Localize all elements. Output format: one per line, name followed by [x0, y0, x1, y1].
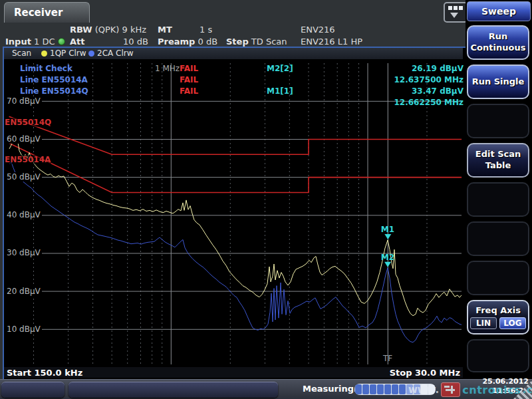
limit-check-label: Limit Check [20, 64, 72, 73]
softkey-label: Run Continuous [468, 31, 529, 54]
marker-m1-flag[interactable]: M1 [379, 225, 396, 234]
preamp-value: 0 dB [198, 37, 218, 47]
receiver-screen: Receiver RBW (QPK) 9 kHz MT 1 s ENV216 I… [0, 0, 532, 399]
mt-label: MT [158, 25, 172, 35]
freq-axis-title: Freq Axis [475, 305, 521, 317]
limit-check-status: FAIL [180, 64, 198, 73]
progress-segment [377, 384, 384, 394]
softkey-empty-2 [467, 182, 529, 217]
limit-label-en55014q: EN55014Q [4, 118, 52, 127]
softkey-edit-scan-table[interactable]: Edit Scan Table [467, 143, 529, 178]
y-label-40: 40 dBµV [5, 210, 42, 219]
freq-axis-lin-toggle[interactable]: LIN [470, 317, 497, 329]
progress-segment [399, 384, 406, 394]
step-field: Step TD Scan [226, 37, 287, 47]
limit-line-q-label: Line EN55014Q [20, 86, 88, 96]
progress-segment [384, 384, 391, 394]
rbw-value: (QPK) 9 kHz [95, 25, 146, 35]
step-value: TD Scan [251, 37, 287, 47]
limit-line-a-status: FAIL [180, 75, 198, 84]
taskbar-button-1[interactable] [1, 382, 65, 398]
softkey-empty-3 [467, 221, 529, 256]
y-label-60: 60 dBµV [5, 134, 42, 144]
more-softkeys-icon[interactable] [444, 2, 468, 23]
progress-segment [370, 384, 376, 394]
marker-m2-name: M2[2] [267, 64, 293, 73]
progress-segment [355, 384, 362, 394]
frequency-axis-strip: Start 150.0 kHz Stop 30.0 MHz [4, 367, 463, 378]
softkey-run-continuous[interactable]: Run Continuous [467, 25, 529, 60]
watermark: www. cntronics .com [408, 382, 532, 398]
mt-field: MT [158, 25, 172, 35]
transducer-value-2: ENV216 L1 HP [301, 37, 362, 47]
softkey-empty-4 [467, 261, 529, 295]
y-label-30: 30 dBµV [5, 248, 42, 257]
step-label: Step [226, 37, 249, 47]
input-label: Input [5, 37, 31, 47]
mt-value: 1 s [200, 25, 212, 35]
y-label-70: 70 dBµV [5, 96, 42, 106]
y-label-50: 50 dBµV [5, 172, 42, 182]
marker-m2-flag[interactable]: M2 [379, 253, 396, 262]
marker-m1-freq: 12.662250 MHz [394, 98, 464, 107]
tf-line-label: TF [380, 354, 395, 363]
marker-m1-name: M1[1] [267, 86, 293, 96]
rbw-field: RBW (QPK) 9 kHz [70, 25, 146, 35]
watermark-prefix: www. [408, 384, 439, 396]
watermark-logo-icon [441, 382, 460, 397]
preamp-label: Preamp [158, 37, 195, 47]
limit-label-en55014a: EN55014A [4, 155, 51, 164]
progress-segment [392, 384, 398, 394]
marker-m2-level: 26.19 dBµV [412, 64, 464, 73]
softkey-menu-title: Sweep [467, 1, 531, 21]
att-field: Att [70, 37, 85, 47]
softkey-sidebar: Sweep Run Continuous Run Single Edit Sca… [466, 0, 532, 379]
softkey-label: Edit Scan Table [468, 149, 528, 172]
watermark-name: cntronics [462, 384, 521, 396]
chevron-down-icon [450, 13, 458, 18]
start-frequency: Start 150.0 kHz [7, 368, 82, 378]
softkey-empty-1 [467, 104, 529, 138]
freq-axis-log-toggle[interactable]: LOG [499, 317, 526, 329]
progress-segment [362, 384, 369, 394]
y-label-20: 20 dBµV [5, 287, 42, 296]
scan-window[interactable]: Scan 1QP Clrw 2CA Clrw Limit Check 1 MHz… [3, 47, 467, 382]
att-label: Att [70, 37, 85, 47]
softkey-run-single[interactable]: Run Single [467, 65, 529, 99]
taskbar-button-2[interactable] [68, 382, 278, 398]
watermark-tld: .com [523, 384, 532, 395]
limit-line-q-status: FAIL [180, 86, 198, 96]
softkey-label: Run Single [469, 76, 527, 88]
rbw-label: RBW [70, 25, 92, 35]
softkey-empty-5 [467, 339, 529, 372]
input-status-led-icon [58, 38, 65, 45]
softkey-freq-axis[interactable]: Freq Axis LIN LOG [467, 300, 529, 334]
input-value: 1 DC [34, 37, 55, 47]
preamp-field: Preamp 0 dB [158, 37, 217, 47]
marker-m1-level: 33.47 dBµV [412, 86, 464, 96]
gridline-freq-label: 1 MHz [155, 64, 180, 73]
y-label-10: 10 dBµV [5, 325, 42, 334]
marker-m2-freq: 12.637500 MHz [394, 75, 464, 84]
att-value: 10 dB [123, 37, 148, 47]
input-field: Input 1 DC [5, 37, 65, 47]
transducer-value-1: ENV216 [301, 25, 335, 35]
grid-dots-icon [448, 6, 463, 10]
limit-line-a-label: Line EN55014A [20, 75, 88, 84]
stop-frequency: Stop 30.0 MHz [390, 368, 460, 378]
tab-receiver[interactable]: Receiver [4, 2, 90, 23]
